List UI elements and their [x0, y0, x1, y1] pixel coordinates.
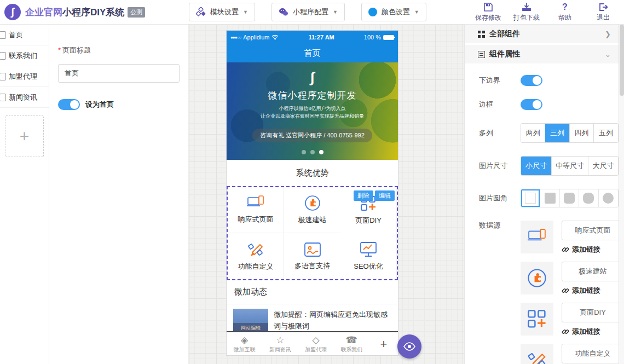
tab-agent[interactable]: ◇ 加盟代理: [298, 336, 333, 354]
feature-label: SEO优化: [354, 262, 383, 271]
sidebar-item-label: 加盟代理: [9, 72, 37, 82]
radius-option-4[interactable]: [599, 189, 618, 207]
banner-contact-pill[interactable]: 咨询有礼 送官网小程序 / 400-0755-992: [252, 129, 372, 142]
tab-contact[interactable]: ☎ 联系我们: [334, 336, 369, 354]
chevron-down-icon: ⌄: [605, 50, 611, 59]
help-icon: ?: [562, 2, 568, 12]
caret-down-icon: ▼: [414, 9, 419, 15]
app-logo-icon: ∫: [4, 4, 21, 20]
border-label: 边框: [479, 100, 521, 109]
app-title-part1: 企业官网: [25, 7, 62, 18]
carousel-dot-active[interactable]: [319, 150, 323, 154]
radius-option-1[interactable]: [540, 189, 559, 207]
datasource-name-input[interactable]: [562, 344, 619, 363]
add-tab-button[interactable]: +: [369, 337, 398, 351]
help-button[interactable]: ? 帮助: [552, 2, 578, 22]
radius-option-3[interactable]: [579, 189, 598, 207]
scrollbar[interactable]: [619, 25, 624, 364]
size-option-large[interactable]: 大尺寸: [588, 157, 618, 175]
link-icon: [562, 246, 569, 253]
add-link-button[interactable]: 添加链接: [562, 286, 619, 296]
carousel-dot[interactable]: [302, 150, 306, 154]
img-size-label: 图片尺寸: [479, 161, 521, 171]
delete-component-button[interactable]: 删除: [354, 190, 373, 201]
edit-component-button[interactable]: 编辑: [375, 190, 395, 201]
size-option-small-selected[interactable]: 小尺寸: [521, 157, 552, 175]
all-components-header[interactable]: 全部组件 ❯: [465, 25, 619, 43]
phone-status-bar: ●●●○○ Applidium 11:27 AM 100 %: [227, 31, 398, 44]
set-home-toggle[interactable]: [58, 99, 80, 110]
sidebar-item-agent[interactable]: 加盟代理: [0, 66, 49, 87]
col-option-2[interactable]: 两列: [521, 124, 545, 142]
save-button[interactable]: 保存修改: [475, 2, 501, 22]
page-title-input[interactable]: [58, 64, 180, 83]
feature-cell-seo[interactable]: SEO优化: [340, 233, 397, 279]
add-link-button[interactable]: 添加链接: [562, 245, 619, 255]
pencil-icon: [247, 241, 264, 258]
tab-news[interactable]: ☆ 新闻资讯: [262, 336, 298, 354]
feature-cell-custom-function[interactable]: 功能自定义: [228, 233, 284, 279]
module-settings-button[interactable]: 模块设置 ▼: [189, 3, 255, 21]
page-icon: [0, 31, 6, 39]
sidebar-item-label: 首页: [9, 30, 23, 40]
border-toggle[interactable]: [521, 99, 542, 110]
add-page-button[interactable]: +: [5, 115, 44, 157]
col-option-3-selected[interactable]: 三列: [545, 124, 569, 142]
miniprogram-config-button[interactable]: 小程序配置 ▼: [271, 3, 345, 21]
carousel-dot[interactable]: [310, 150, 315, 154]
cubes-icon: [196, 7, 206, 17]
feature-cell-responsive[interactable]: 响应式页面: [228, 187, 284, 233]
datasource-name-input[interactable]: [562, 221, 619, 240]
download-button[interactable]: 打包下载: [513, 2, 540, 22]
page-icon: [0, 52, 6, 60]
radius-option-0-selected[interactable]: [521, 189, 540, 207]
color-swatch-icon: [368, 8, 377, 16]
datasource-label: 数据源: [479, 221, 521, 230]
radius-option-2[interactable]: [560, 189, 579, 207]
datasource-item: 添加链接: [521, 262, 619, 296]
datasource-name-input[interactable]: [562, 303, 619, 322]
required-mark: *: [58, 46, 61, 54]
beta-badge: 公测: [128, 7, 145, 18]
bottom-border-toggle[interactable]: [521, 75, 542, 86]
datasource-icon-box: [521, 221, 553, 253]
phone-preview: ●●●○○ Applidium 11:27 AM 100 % 首页 ∫ 微信小程…: [226, 30, 398, 356]
preview-button[interactable]: [397, 334, 421, 359]
datasource-name-input[interactable]: [562, 262, 619, 281]
scrollbar-thumb[interactable]: [620, 25, 624, 96]
add-link-button[interactable]: 添加链接: [562, 327, 619, 337]
link-icon: [562, 328, 569, 336]
page-list-sidebar: 首页 联系我们 加盟代理 新闻资讯 +: [0, 25, 49, 364]
sidebar-item-home[interactable]: 首页: [0, 25, 49, 45]
image-icon: [304, 242, 321, 257]
img-radius-options: [521, 189, 619, 207]
puzzle-icon: [527, 268, 547, 288]
feature-cell-fast-build[interactable]: 极速建站: [284, 187, 340, 233]
feature-grid-component-selected[interactable]: 删除 编辑 响应式页面 极速建站 页面DIY 功能自定义: [227, 186, 398, 280]
set-home-label: 设为首页: [85, 100, 114, 109]
tab-label: 新闻资讯: [269, 346, 291, 354]
seo-monitor-icon: [360, 241, 377, 258]
col-option-4[interactable]: 四列: [570, 124, 594, 142]
size-option-medium[interactable]: 中等尺寸: [552, 157, 588, 175]
section-title-news[interactable]: 微加动态: [227, 280, 398, 304]
component-props-header[interactable]: 组件属性 ⌄: [465, 45, 619, 63]
carrier-label: Applidium: [243, 34, 269, 41]
tab-weijia[interactable]: ◈ 微加互联: [227, 336, 262, 354]
phone-nav-title: 首页: [304, 48, 321, 59]
news-list-item[interactable]: 网站编辑 微加提醒：网页编辑应避免出现敏感词与极限词: [227, 304, 398, 331]
datasource-item: 添加链接: [521, 344, 619, 364]
banner-slide[interactable]: ∫ 微信小程序定制开发 小程序以微信8亿用户为切入点 让企业以及商家在短时间里实…: [227, 62, 398, 160]
editor-canvas: ●●●○○ Applidium 11:27 AM 100 % 首页 ∫ 微信小程…: [189, 25, 464, 364]
toolbar: 模块设置 ▼ 小程序配置 ▼ 颜色设置 ▼: [189, 3, 426, 21]
sidebar-item-news[interactable]: 新闻资讯: [0, 87, 49, 108]
feature-cell-multilang[interactable]: 多语言支持: [284, 233, 340, 279]
sidebar-item-contact[interactable]: 联系我们: [0, 45, 49, 66]
color-settings-button[interactable]: 颜色设置 ▼: [361, 3, 426, 21]
puzzle-icon: [304, 195, 321, 211]
phone-tab-bar: ◈ 微加互联 ☆ 新闻资讯 ◇ 加盟代理 ☎ 联系我们 +: [227, 331, 398, 356]
exit-button[interactable]: 退出: [590, 2, 616, 22]
col-option-5[interactable]: 五列: [594, 124, 618, 142]
download-icon: [522, 2, 531, 12]
wechat-icon: [279, 7, 288, 17]
